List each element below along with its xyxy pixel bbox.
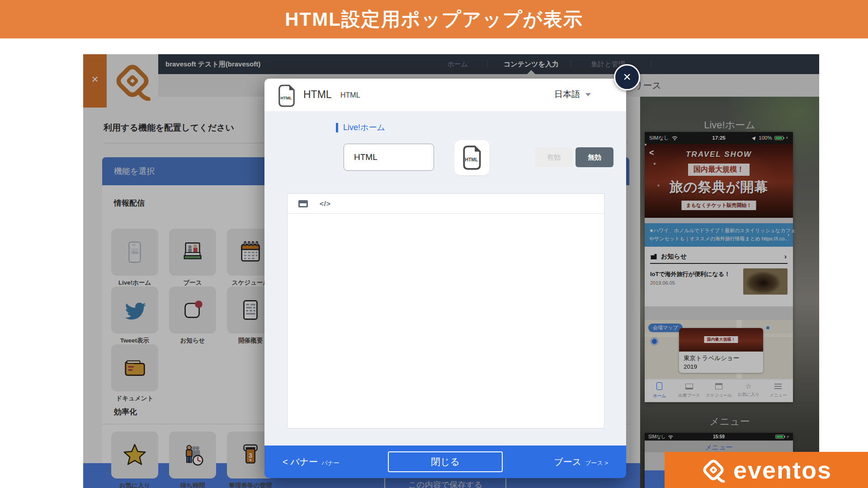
toggle-enabled-button[interactable]: 有効 bbox=[535, 147, 573, 167]
modal-header: HTML HTML HTML 日本語 bbox=[264, 79, 626, 111]
toggle-disabled-button[interactable]: 無効 bbox=[576, 147, 613, 167]
editor-toolbar: </> bbox=[288, 194, 604, 214]
next-label[interactable]: ブース bbox=[554, 457, 581, 467]
feature-icon-card: HTML bbox=[454, 140, 490, 175]
eventos-brand-box: eventos bbox=[665, 452, 868, 488]
html-settings-modal: HTML HTML HTML 日本語 Live!ホーム HTML 有効 無効 <… bbox=[264, 79, 626, 478]
modal-footer: < バナーバナー 閉じる ブースブース > bbox=[264, 446, 626, 478]
html-icon-text: HTML bbox=[465, 157, 478, 162]
modal-subtitle: HTML bbox=[340, 91, 360, 99]
html-editor[interactable]: </> bbox=[287, 193, 604, 428]
html-file-icon: HTML bbox=[462, 145, 482, 170]
feature-name-input[interactable] bbox=[344, 144, 434, 171]
html-icon-text: HTML bbox=[280, 96, 292, 100]
close-x-icon[interactable]: × bbox=[623, 69, 631, 84]
active-tab-bar bbox=[336, 123, 338, 132]
preview-mode-icon[interactable] bbox=[298, 200, 308, 207]
modal-title: HTML bbox=[303, 89, 332, 101]
prev-label[interactable]: < バナー bbox=[283, 457, 318, 467]
code-mode-icon[interactable]: </> bbox=[320, 200, 331, 207]
eventos-wordmark: eventos bbox=[733, 452, 832, 488]
language-selector[interactable]: 日本語 bbox=[554, 89, 580, 100]
chevron-down-icon[interactable] bbox=[585, 93, 591, 96]
footer-next-booth[interactable]: ブースブース > bbox=[554, 446, 608, 479]
prev-sublabel: バナー bbox=[321, 460, 340, 466]
eventos-mark-icon bbox=[701, 457, 726, 483]
annotation-banner: HTML設定用ポップアップが表示 bbox=[0, 0, 868, 38]
modal-close-button[interactable]: × bbox=[614, 64, 640, 90]
next-sublabel: ブース > bbox=[585, 460, 608, 466]
html-file-icon: HTML bbox=[277, 84, 296, 108]
footer-prev-banner[interactable]: < バナーバナー bbox=[283, 446, 340, 479]
modal-body: Live!ホーム HTML 有効 無効 </> bbox=[264, 111, 626, 446]
close-modal-button[interactable]: 閉じる bbox=[388, 451, 503, 472]
annotation-title: HTML設定用ポップアップが表示 bbox=[0, 0, 868, 38]
tab-live-home[interactable]: Live!ホーム bbox=[343, 122, 385, 133]
